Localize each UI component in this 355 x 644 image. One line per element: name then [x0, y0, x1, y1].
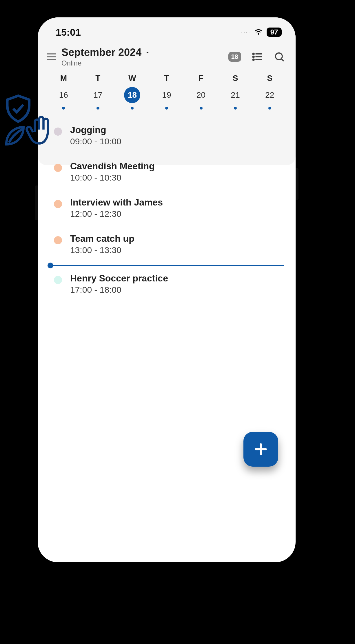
- event-color-dot: [54, 164, 62, 172]
- event-row[interactable]: Interview with James12:00 - 12:30: [54, 192, 284, 229]
- phone-frame: 15:01 ···· 97 September 2024 Online 18: [38, 17, 296, 562]
- event-color-dot: [54, 128, 62, 136]
- event-color-dot: [54, 200, 62, 208]
- phone-side-button-left: [35, 185, 38, 220]
- date-number: 19: [159, 87, 175, 103]
- event-title: Interview with James: [70, 197, 163, 208]
- event-indicator-dot: [200, 107, 203, 110]
- week-day-labels: MTWTFSS: [38, 69, 296, 83]
- event-indicator-dot: [97, 107, 99, 110]
- add-event-button[interactable]: [243, 432, 278, 467]
- events-list: Jogging09:00 - 10:00Cavendish Meeting10:…: [38, 110, 296, 305]
- event-title: Team catch up: [70, 233, 134, 244]
- current-time-indicator: [50, 265, 284, 266]
- day-label: T: [81, 74, 115, 83]
- week-dates: 16171819202122: [38, 83, 296, 110]
- search-icon[interactable]: [274, 51, 285, 63]
- date-cell[interactable]: 19: [150, 87, 184, 110]
- event-time: 09:00 - 10:00: [70, 137, 121, 146]
- day-label: S: [252, 74, 287, 83]
- svg-point-3: [253, 53, 254, 55]
- menu-icon[interactable]: [44, 49, 59, 64]
- today-chip[interactable]: 18: [228, 52, 241, 62]
- status-right: ···· 97: [241, 27, 282, 37]
- day-label: M: [46, 74, 81, 83]
- event-title: Henry Soccer practice: [70, 273, 168, 284]
- event-time: 10:00 - 10:30: [70, 173, 155, 183]
- event-row[interactable]: Jogging09:00 - 10:00: [54, 120, 284, 156]
- date-cell[interactable]: 20: [184, 87, 218, 110]
- date-number: 17: [90, 87, 106, 103]
- date-number: 21: [227, 87, 243, 103]
- phone-side-button-right: [296, 168, 298, 200]
- event-indicator-dot: [62, 107, 65, 110]
- plus-icon: [253, 442, 268, 457]
- hand-icon: [26, 113, 54, 148]
- event-indicator-dot: [165, 107, 168, 110]
- date-cell[interactable]: 17: [81, 87, 115, 110]
- battery-badge: 97: [267, 28, 282, 37]
- event-indicator-dot: [131, 107, 134, 110]
- title-block[interactable]: September 2024 Online: [61, 46, 226, 67]
- date-cell[interactable]: 21: [218, 87, 253, 110]
- month-title: September 2024: [61, 46, 141, 59]
- day-label: T: [150, 74, 184, 83]
- app-header: September 2024 Online 18: [38, 43, 296, 69]
- list-view-icon[interactable]: [252, 51, 263, 63]
- event-text: Jogging09:00 - 10:00: [70, 125, 121, 146]
- svg-line-10: [281, 59, 284, 61]
- event-color-dot: [54, 276, 62, 284]
- date-number: 18: [124, 87, 140, 103]
- event-title: Jogging: [70, 125, 121, 135]
- account-status: Online: [61, 59, 226, 67]
- event-text: Cavendish Meeting10:00 - 10:30: [70, 161, 155, 183]
- svg-point-4: [253, 56, 254, 58]
- event-time: 13:00 - 13:30: [70, 245, 134, 255]
- event-color-dot: [54, 236, 62, 244]
- chevron-down-icon: [144, 49, 151, 56]
- status-time: 15:01: [56, 27, 81, 38]
- status-bar: 15:01 ···· 97: [38, 17, 296, 43]
- event-text: Team catch up13:00 - 13:30: [70, 233, 134, 255]
- day-label: W: [115, 74, 150, 83]
- date-number: 22: [262, 87, 278, 103]
- day-label: F: [184, 74, 218, 83]
- day-label: S: [218, 74, 253, 83]
- event-text: Interview with James12:00 - 12:30: [70, 197, 163, 219]
- event-row[interactable]: Cavendish Meeting10:00 - 10:30: [54, 156, 284, 192]
- date-number: 16: [55, 87, 72, 103]
- date-cell[interactable]: 18: [115, 87, 150, 110]
- event-row[interactable]: Henry Soccer practice17:00 - 18:00: [54, 268, 284, 305]
- event-indicator-dot: [234, 107, 237, 110]
- date-cell[interactable]: 22: [252, 87, 287, 110]
- event-row[interactable]: Team catch up13:00 - 13:30: [54, 229, 284, 265]
- wifi-icon: [254, 27, 263, 37]
- date-number: 20: [193, 87, 209, 103]
- date-cell[interactable]: 16: [46, 87, 81, 110]
- event-title: Cavendish Meeting: [70, 161, 155, 172]
- header-actions: 18: [228, 51, 285, 63]
- event-indicator-dot: [268, 107, 271, 110]
- event-time: 17:00 - 18:00: [70, 285, 168, 295]
- svg-point-5: [253, 59, 254, 61]
- signal-dots-icon: ····: [241, 28, 250, 36]
- event-time: 12:00 - 12:30: [70, 209, 163, 219]
- svg-point-9: [276, 53, 282, 60]
- event-text: Henry Soccer practice17:00 - 18:00: [70, 273, 168, 295]
